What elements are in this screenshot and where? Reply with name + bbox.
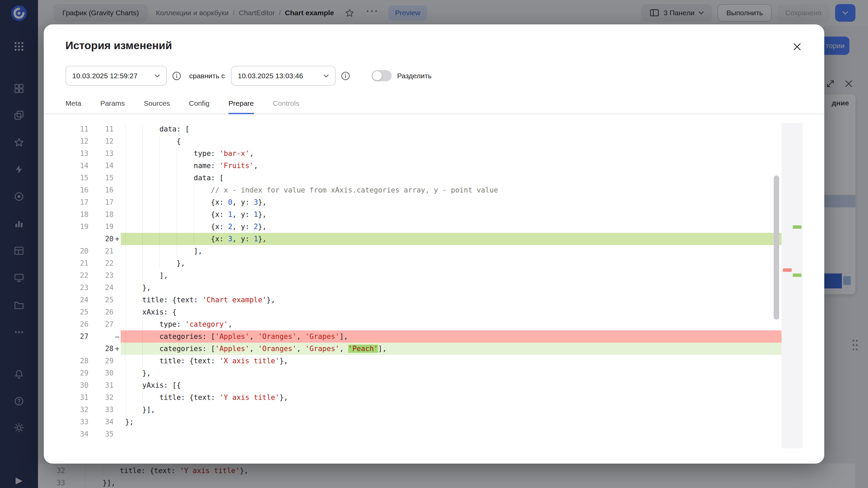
diff-viewer: 1111data: [1212{1313type: 'bar-x',1414na…: [66, 123, 803, 440]
diff-row: 28+categories: ['Apples', 'Oranges', 'Gr…: [66, 343, 782, 355]
diff-row: 2324},: [66, 282, 782, 294]
diff-code-line: },: [121, 282, 782, 294]
tab-sources[interactable]: Sources: [144, 99, 170, 114]
diff-row: 1919{x: 2, y: 2},: [66, 221, 782, 233]
diff-row: 1515data: [: [66, 172, 782, 184]
modal-close-icon[interactable]: [790, 39, 805, 54]
diff-overview-ruler: [782, 123, 803, 448]
diff-code-line: {x: 1, y: 1},: [121, 208, 782, 221]
diff-code-line: xAxis: {: [121, 306, 782, 318]
diff-row: 3233}],: [66, 404, 782, 416]
diff-row: 2122},: [66, 257, 782, 269]
version-select-left[interactable]: 10.03.2025 12:59:27: [65, 66, 167, 86]
diff-code-line: }],: [121, 404, 782, 416]
diff-code-line: yAxis: [{: [121, 379, 782, 391]
version-select-right-value: 10.03.2025 13:03:46: [238, 72, 303, 80]
diff-row: 2930},: [66, 367, 782, 379]
info-icon[interactable]: [172, 71, 182, 81]
diff-code-line: data: [: [121, 172, 782, 184]
diff-code: 1111data: [1212{1313type: 'bar-x',1414na…: [66, 123, 782, 440]
ruler-mark-added: [793, 225, 802, 229]
diff-code-line: {x: 2, y: 2},: [121, 221, 782, 233]
diff-code-line: type: 'category',: [121, 318, 782, 330]
diff-row: 1818{x: 1, y: 1},: [66, 208, 782, 221]
tab-meta[interactable]: Meta: [65, 99, 81, 114]
diff-code-line: ],: [121, 245, 782, 257]
ruler-mark-added: [793, 273, 802, 277]
tab-params[interactable]: Params: [100, 99, 125, 114]
diff-code-line: {x: 3, y: 1},: [121, 233, 782, 245]
diff-row: 2021],: [66, 245, 782, 257]
diff-code-line: };: [121, 416, 782, 428]
modal-tabs: Meta Params Sources Config Prepare Contr…: [44, 99, 824, 114]
diff-code-line: },: [121, 257, 782, 269]
diff-code-line: // x - index for value from xAxis.catego…: [121, 184, 782, 196]
split-view-toggle[interactable]: [372, 70, 392, 81]
modal-title: История изменений: [65, 39, 172, 52]
version-select-right[interactable]: 10.03.2025 13:03:46: [231, 66, 336, 86]
diff-code-line: title: {text: 'Chart example'},: [121, 294, 782, 306]
diff-row: 3031yAxis: [{: [66, 379, 782, 391]
diff-row: 1717{x: 0, y: 3},: [66, 196, 782, 208]
diff-row: 3435: [66, 428, 782, 440]
tab-prepare[interactable]: Prepare: [229, 99, 254, 114]
diff-code-line: {: [121, 135, 782, 147]
diff-code-line: type: 'bar-x',: [121, 147, 782, 160]
diff-row: 3132title: {text: 'Y axis title'},: [66, 391, 782, 404]
diff-row: 1212{: [66, 135, 782, 147]
diff-code-line: },: [121, 367, 782, 379]
diff-code-line: [121, 428, 782, 440]
diff-row: 1313type: 'bar-x',: [66, 147, 782, 160]
diff-code-line: data: [: [121, 123, 782, 135]
diff-row: 27–categories: ['Apples', 'Oranges', 'Gr…: [66, 330, 782, 343]
page: График (Gravity Charts) Коллекции и ворк…: [0, 0, 868, 488]
diff-row: 2627type: 'category',: [66, 318, 782, 330]
chevron-down-icon: [155, 74, 160, 78]
version-select-left-value: 10.03.2025 12:59:27: [72, 72, 138, 80]
tab-controls[interactable]: Controls: [273, 99, 299, 114]
diff-code-line: categories: ['Apples', 'Oranges', 'Grape…: [121, 343, 782, 355]
split-toggle-label: Разделить: [397, 72, 432, 80]
chevron-down-icon: [323, 74, 329, 78]
info-icon[interactable]: [340, 71, 351, 81]
diff-row: 1111data: [: [66, 123, 782, 135]
diff-row: 2829title: {text: 'X axis title'},: [66, 355, 782, 367]
diff-code-line: title: {text: 'X axis title'},: [121, 355, 782, 367]
tab-config[interactable]: Config: [189, 99, 210, 114]
diff-row: 2526xAxis: {: [66, 306, 782, 318]
diff-row: 1414name: 'Fruits',: [66, 160, 782, 172]
diff-row: 2223],: [66, 269, 782, 282]
diff-scrollbar-thumb[interactable]: [774, 176, 779, 320]
diff-row: 1616// x - index for value from xAxis.ca…: [66, 184, 782, 196]
compare-with-label: сравнить с: [189, 72, 225, 80]
history-modal: История изменений 10.03.2025 12:59:27 ср…: [44, 24, 824, 464]
diff-code-line: categories: ['Apples', 'Oranges', 'Grape…: [121, 330, 782, 343]
diff-row: 3334};: [66, 416, 782, 428]
diff-row: 20+{x: 3, y: 1},: [66, 233, 782, 245]
diff-code-line: ],: [121, 269, 782, 282]
diff-code-line: {x: 0, y: 3},: [121, 196, 782, 208]
diff-row: 2425title: {text: 'Chart example'},: [66, 294, 782, 306]
diff-code-line: title: {text: 'Y axis title'},: [121, 391, 782, 404]
ruler-mark-removed: [783, 268, 792, 272]
diff-code-line: name: 'Fruits',: [121, 160, 782, 172]
